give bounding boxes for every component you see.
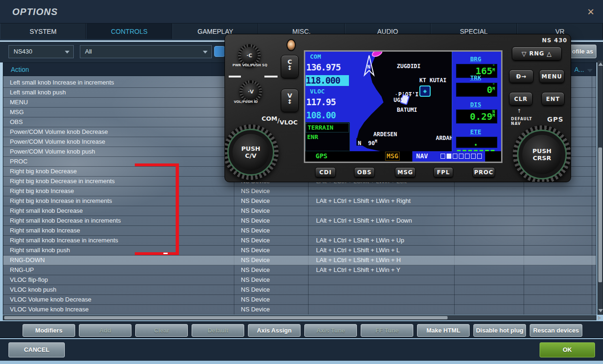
status-nav: NAV bbox=[416, 151, 428, 161]
table-row[interactable]: VLOC knob pushNS Device bbox=[3, 285, 596, 295]
ete-value: . bbox=[456, 137, 497, 148]
add-button: Add bbox=[79, 324, 131, 337]
device-cell: NS Device bbox=[241, 186, 307, 196]
vertical-scrollbar[interactable] bbox=[597, 60, 603, 315]
ent-button[interactable]: ENT bbox=[541, 92, 564, 106]
vloc-volume-knob[interactable]: ·V bbox=[240, 80, 262, 103]
table-row[interactable]: Right small knob Increase in incrementsN… bbox=[3, 236, 596, 246]
obs-button[interactable]: OBS bbox=[354, 167, 375, 178]
binding-cell: LAlt + LCtrl + LShift + LWin + H bbox=[316, 256, 453, 265]
device-cell: NS Device bbox=[241, 295, 307, 304]
status-msg: MSG bbox=[385, 152, 400, 161]
category-dropdown[interactable]: All bbox=[80, 45, 212, 58]
horizontal-scrollbar-thumb[interactable] bbox=[4, 316, 448, 319]
foldable-view-checkbox[interactable] bbox=[214, 46, 225, 57]
action-cell: Right big knob Decrease bbox=[10, 167, 231, 176]
action-cell: PROC bbox=[10, 157, 231, 166]
rng-up-icon[interactable]: △ bbox=[547, 50, 552, 57]
horizontal-scrollbar[interactable] bbox=[3, 315, 596, 320]
annotation-red-bracket bbox=[135, 163, 179, 255]
vertical-scrollbar-thumb[interactable] bbox=[598, 147, 602, 282]
rng-down-icon[interactable]: ▽ bbox=[522, 50, 527, 57]
trk-label: TRK bbox=[452, 74, 499, 81]
table-row[interactable]: RNG-UPNS DeviceLAlt + LCtrl + LShift + L… bbox=[3, 265, 596, 275]
action-cell: VLOC flip-flop bbox=[10, 275, 231, 285]
device-dropdown[interactable]: NS430 bbox=[8, 45, 74, 58]
table-row[interactable]: Right small knob Decrease in incrementsN… bbox=[3, 216, 596, 226]
action-cell: MSG bbox=[10, 108, 231, 117]
device-cell: NS Device bbox=[241, 305, 307, 314]
com-flip-flop-button[interactable]: C ↕ bbox=[281, 55, 299, 78]
device-cell: NS Device bbox=[241, 265, 307, 275]
trk-value: 0°M bbox=[456, 83, 497, 97]
tab-system[interactable]: SYSTEM bbox=[0, 23, 86, 39]
tab-controls[interactable]: CONTROLS bbox=[86, 23, 172, 39]
brg-label: BRG bbox=[452, 55, 499, 62]
device-cell: NS Device bbox=[241, 226, 307, 235]
ff-tune-button: FF Tune bbox=[361, 324, 413, 337]
scroll-right-arrow-icon[interactable] bbox=[598, 316, 601, 320]
direct-to-button[interactable]: Ð→ bbox=[509, 70, 533, 83]
action-cell: Right small knob push bbox=[10, 246, 231, 255]
scroll-down-arrow-icon[interactable] bbox=[598, 309, 603, 312]
action-cell: Right big knob Increase bbox=[10, 186, 231, 196]
rescan-devices-button[interactable]: Rescan devices bbox=[530, 324, 582, 337]
footer-button-row: ModifiersAddClearDefaultAxis AssignAxis … bbox=[0, 321, 603, 338]
action-cell: MENU bbox=[10, 98, 231, 107]
chevron-down-icon bbox=[65, 51, 70, 54]
table-row[interactable]: VLOC Volume knob IncreaseNS Device bbox=[3, 305, 596, 315]
binding-cell: LAlt + LCtrl + LShift + LWin + L bbox=[316, 246, 453, 255]
table-row[interactable]: RNG-DOWNNS DeviceLAlt + LCtrl + LShift +… bbox=[3, 256, 596, 265]
menu-button[interactable]: MENU bbox=[539, 70, 564, 83]
save-profile-as-button[interactable]: ofile as bbox=[569, 45, 596, 58]
modifiers-button[interactable]: Modifiers bbox=[23, 324, 75, 337]
lcd-button-row: CDIOBSMSGFPLPROC bbox=[225, 166, 571, 182]
moving-map: N ◈ ··· – ZUGDIDIKT KUTAIP'OT'IUG5XBATUM… bbox=[350, 52, 452, 151]
device-cell: NS Device bbox=[241, 236, 307, 245]
scroll-up-arrow-icon[interactable] bbox=[598, 62, 603, 66]
ok-button[interactable]: OK bbox=[540, 342, 595, 357]
device-cell: NS Device bbox=[241, 285, 307, 294]
proc-button[interactable]: PROC bbox=[472, 167, 495, 178]
device-cell: NS Device bbox=[241, 246, 307, 255]
signal-box bbox=[465, 154, 470, 159]
table-row[interactable]: VLOC flip-flopNS Device bbox=[3, 275, 596, 285]
column-header-truncated[interactable]: A... bbox=[574, 66, 584, 73]
rng-rocker-button[interactable]: ▽ RNG △ bbox=[512, 46, 562, 61]
status-nav-bar: NAV bbox=[412, 151, 485, 162]
action-cell: Power/COM Volume knob Decrease bbox=[10, 127, 231, 137]
action-cell: RNG-DOWN bbox=[10, 256, 231, 265]
fpl-button[interactable]: FPL bbox=[433, 167, 453, 178]
msg-button[interactable]: MSG bbox=[395, 167, 416, 178]
vloc-flip-flop-button[interactable]: V ↕ bbox=[281, 89, 299, 112]
table-row[interactable]: Right small knob DecreaseNS Device bbox=[3, 206, 596, 216]
close-icon[interactable]: ✕ bbox=[586, 8, 595, 17]
up-down-arrows-icon: ↕ bbox=[281, 99, 298, 105]
table-row[interactable]: Right big knob IncreaseNS Device bbox=[3, 186, 596, 196]
table-row[interactable]: Right small knob IncreaseNS Device bbox=[3, 226, 596, 236]
column-header-action[interactable]: Action bbox=[11, 66, 29, 73]
svg-text:N: N bbox=[367, 64, 371, 70]
device-dropdown-value: NS430 bbox=[14, 48, 32, 55]
cancel-button[interactable]: CANCEL bbox=[8, 342, 65, 357]
gps-knob-label: GPS bbox=[547, 117, 564, 122]
action-cell: Left small knob Increase in increments bbox=[10, 78, 231, 87]
signal-box bbox=[459, 154, 464, 159]
options-dialog: OPTIONS ✕ SYSTEMCONTROLSGAMEPLAYMISC.AUD… bbox=[0, 0, 603, 364]
action-cell: Right big knob Decrease in increments bbox=[10, 177, 231, 186]
table-row[interactable]: Right big knob Increase in incrementsNS … bbox=[3, 196, 596, 206]
frequency-column: COM 136.975 118.000 VLOC 117.95 108.00 bbox=[305, 52, 350, 122]
cdi-button[interactable]: CDI bbox=[315, 167, 336, 178]
com-label: COM bbox=[310, 53, 321, 60]
clr-button[interactable]: CLR bbox=[509, 92, 533, 106]
ns430-device-panel: NS 430 ·C PWR VOL/PUSH SQ ·V VOL/PUSH ID… bbox=[224, 34, 571, 182]
table-row[interactable]: VLOC Volume knob DecreaseNS Device bbox=[3, 295, 596, 305]
table-row[interactable]: Right small knob pushNS DeviceLAlt + LCt… bbox=[3, 246, 596, 256]
axis-assign-button[interactable]: Axis Assign bbox=[248, 324, 301, 337]
device-cell: NS Device bbox=[241, 206, 307, 216]
action-cell: VLOC Volume knob Decrease bbox=[10, 295, 231, 304]
make-html-button[interactable]: Make HTML bbox=[417, 324, 470, 337]
disable-hot-plug-button[interactable]: Disable hot plug bbox=[473, 324, 526, 337]
vloc-standby-frequency: 108.00 bbox=[306, 110, 336, 120]
bezel-tick bbox=[229, 76, 241, 77]
